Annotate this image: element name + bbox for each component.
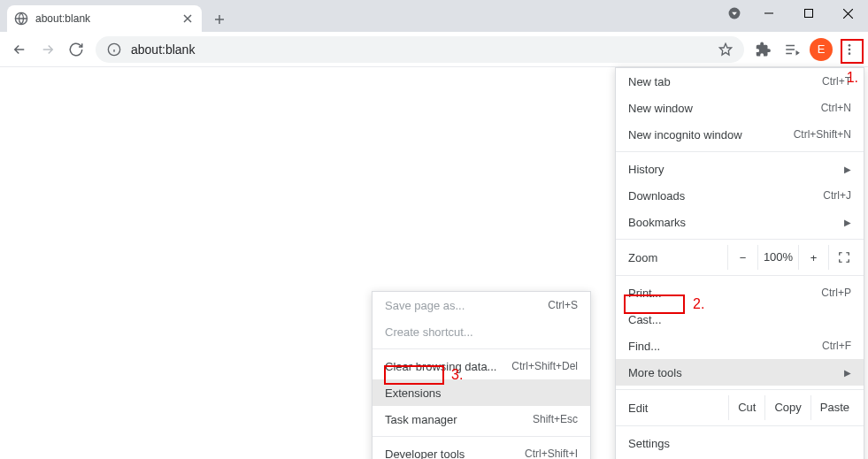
user-indicator-icon[interactable] <box>720 0 749 27</box>
maximize-button[interactable] <box>788 0 828 27</box>
close-tab-icon[interactable] <box>181 11 195 26</box>
chrome-menu-button[interactable] <box>836 36 863 63</box>
svg-rect-3 <box>804 10 812 18</box>
profile-avatar[interactable]: E <box>810 38 833 61</box>
menu-more-tools[interactable]: More tools▶ <box>616 359 864 386</box>
menu-separator <box>616 425 864 426</box>
menu-separator <box>616 239 864 240</box>
menu-settings[interactable]: Settings <box>616 430 864 456</box>
submenu-clear-data[interactable]: Clear browsing data...Ctrl+Shift+Del <box>373 353 590 379</box>
menu-find[interactable]: Find...Ctrl+F <box>616 333 864 359</box>
menu-separator <box>373 436 590 437</box>
edit-copy-button[interactable]: Copy <box>764 395 810 420</box>
more-tools-submenu: Save page as...Ctrl+S Create shortcut...… <box>372 291 591 459</box>
chevron-right-icon: ▶ <box>844 164 851 174</box>
chevron-right-icon: ▶ <box>844 368 851 378</box>
new-tab-button[interactable] <box>207 7 232 32</box>
browser-tab[interactable]: about:blank <box>7 5 202 32</box>
menu-new-tab[interactable]: New tabCtrl+T <box>616 68 864 95</box>
minimize-button[interactable] <box>749 0 788 27</box>
menu-bookmarks[interactable]: Bookmarks▶ <box>616 209 864 235</box>
menu-separator <box>616 275 864 276</box>
submenu-dev-tools[interactable]: Developer toolsCtrl+Shift+I <box>373 440 590 459</box>
bookmark-star-icon[interactable] <box>718 42 734 57</box>
reload-button[interactable] <box>62 35 90 64</box>
menu-zoom-row: Zoom − 100% + <box>616 243 864 272</box>
close-window-button[interactable] <box>828 0 868 27</box>
submenu-save-page[interactable]: Save page as...Ctrl+S <box>373 292 590 318</box>
media-control-icon[interactable] <box>778 35 806 64</box>
submenu-extensions[interactable]: Extensions <box>373 379 590 406</box>
menu-separator <box>373 348 590 349</box>
edit-cut-button[interactable]: Cut <box>728 395 764 420</box>
url-text: about:blank <box>131 42 718 57</box>
svg-point-8 <box>849 52 851 55</box>
zoom-value: 100% <box>757 245 798 270</box>
globe-icon <box>14 11 28 26</box>
submenu-create-shortcut[interactable]: Create shortcut... <box>373 318 590 345</box>
forward-button[interactable] <box>34 35 62 64</box>
menu-new-window[interactable]: New windowCtrl+N <box>616 95 864 121</box>
menu-downloads[interactable]: DownloadsCtrl+J <box>616 182 864 209</box>
menu-separator <box>616 151 864 152</box>
chrome-main-menu: New tabCtrl+T New windowCtrl+N New incog… <box>615 67 864 459</box>
site-info-icon[interactable] <box>106 42 122 57</box>
svg-point-6 <box>849 44 851 47</box>
submenu-task-manager[interactable]: Task managerShift+Esc <box>373 406 590 432</box>
menu-cast[interactable]: Cast... <box>616 306 864 333</box>
window-controls <box>720 0 868 27</box>
extensions-icon[interactable] <box>749 35 778 64</box>
svg-marker-5 <box>719 43 731 55</box>
fullscreen-button[interactable] <box>828 245 858 270</box>
avatar-letter: E <box>818 42 826 56</box>
zoom-in-button[interactable]: + <box>798 245 828 270</box>
edit-paste-button[interactable]: Paste <box>810 395 858 420</box>
tab-title: about:blank <box>35 12 181 25</box>
menu-print[interactable]: Print...Ctrl+P <box>616 279 864 306</box>
back-button[interactable] <box>5 35 34 64</box>
menu-history[interactable]: History▶ <box>616 156 864 182</box>
chevron-right-icon: ▶ <box>844 218 851 227</box>
menu-new-incognito[interactable]: New incognito windowCtrl+Shift+N <box>616 121 864 148</box>
zoom-out-button[interactable]: − <box>727 245 757 270</box>
menu-separator <box>616 389 864 390</box>
address-bar[interactable]: about:blank <box>96 36 744 63</box>
menu-edit-row: Edit Cut Copy Paste <box>616 394 864 422</box>
toolbar: about:blank E <box>0 32 868 67</box>
svg-point-7 <box>849 48 851 50</box>
